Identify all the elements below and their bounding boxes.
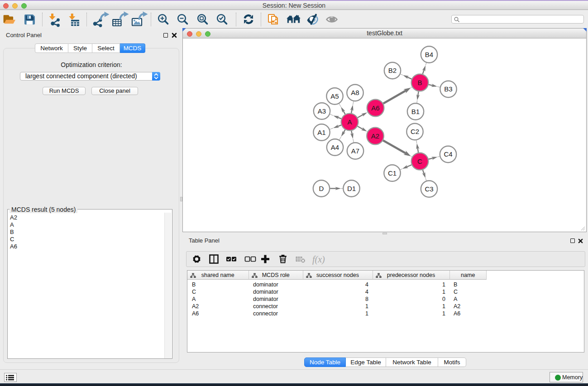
svg-text:D: D	[319, 185, 324, 192]
svg-text:A6: A6	[371, 104, 379, 112]
svg-text:D1: D1	[347, 185, 356, 192]
svg-text:C1: C1	[388, 169, 397, 177]
svg-text:A2: A2	[371, 132, 379, 140]
svg-text:A8: A8	[351, 89, 359, 96]
svg-text:C: C	[417, 157, 422, 165]
svg-text:A7: A7	[351, 147, 359, 155]
svg-text:C3: C3	[425, 185, 433, 193]
svg-text:B3: B3	[444, 85, 452, 93]
svg-text:A4: A4	[331, 143, 339, 151]
svg-text:A1: A1	[317, 129, 325, 136]
svg-text:B: B	[417, 79, 422, 86]
svg-text:C4: C4	[444, 150, 452, 158]
svg-text:f(x): f(x)	[312, 254, 325, 265]
svg-text:B2: B2	[388, 67, 397, 74]
svg-text:A: A	[347, 118, 352, 126]
svg-text:A5: A5	[330, 92, 339, 100]
svg-text:B1: B1	[411, 108, 420, 115]
svg-text:B4: B4	[425, 51, 433, 58]
svg-text:C2: C2	[411, 128, 419, 135]
svg-text:A3: A3	[318, 107, 326, 115]
